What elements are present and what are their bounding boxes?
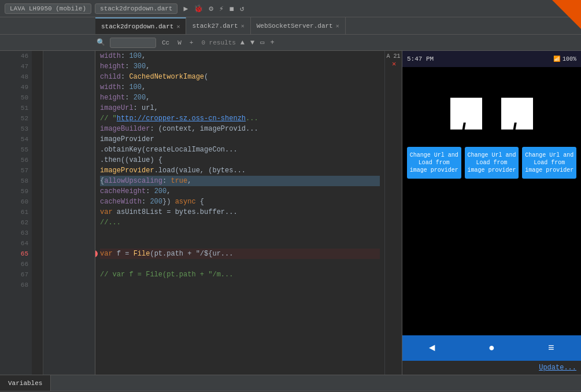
phone-panel: 5:47 PM 📶 100% (402, 51, 581, 375)
code-line-49: width: 100, (100, 82, 380, 93)
phone-icons: 📶 100% (553, 56, 576, 62)
more-icon[interactable]: + (269, 38, 275, 48)
tab-stack27[interactable]: stack27.dart ✕ (186, 17, 250, 34)
update-bar: Update... (402, 361, 581, 375)
code-line-54: imageProvider (100, 134, 380, 145)
code-line-58: {allowUpscaling: true, (100, 176, 380, 186)
corner-badge (552, 0, 581, 29)
file-tab-top[interactable]: stack2dropdown.dart (95, 3, 177, 14)
code-line-48: child: CachedNetworkImage( (100, 72, 380, 82)
extra-icon[interactable]: + (187, 38, 196, 47)
code-line-60: cacheWidth: 200}) async { (100, 197, 380, 207)
code-lines: width: 100, height: 300, child: CachedNe… (95, 51, 384, 290)
margin-annotation: A 21 (385, 53, 402, 60)
debug-icon[interactable]: 🐞 (193, 3, 204, 14)
line-gutter: 46 47 48 49 50 51 52 53 54 55 56 57 58 5… (0, 51, 95, 375)
stop-icon[interactable]: ◼ (228, 3, 235, 14)
line-num-54: 54 (12, 134, 28, 145)
tab-variables[interactable]: Variables (0, 375, 51, 391)
nav-menu-button[interactable]: ≡ (539, 339, 564, 357)
line-num-47: 47 (12, 61, 28, 72)
code-line-63 (100, 228, 380, 238)
run-icon[interactable]: ▶ (182, 3, 189, 14)
nav-back-button[interactable]: ◄ (420, 339, 445, 357)
line-num-67: 67 (12, 269, 28, 280)
phone-wifi-icon: 📶 (553, 56, 560, 62)
code-line-67: // var f = File(pt.path + "/m... (100, 269, 380, 280)
refresh-icon[interactable]: ↺ (239, 3, 246, 14)
code-line-62: //... (100, 217, 380, 228)
code-line-52: // "http://cropper-sz.oss-cn-shenzh... (100, 113, 380, 124)
image-container-2 (497, 90, 538, 136)
error-icon: ✕ (386, 60, 402, 68)
code-editor[interactable]: width: 100, height: 300, child: CachedNe… (95, 51, 384, 375)
tab-bar: stack2dropdown.dart ✕ stack27.dart ✕ Web… (0, 17, 581, 35)
line-num-55: 55 (12, 145, 28, 155)
code-line-50: height: 200, (100, 93, 380, 103)
line-num-49: 49 (12, 82, 28, 93)
tab-stack2dropdown[interactable]: stack2dropdown.dart ✕ (95, 17, 186, 34)
tab-websocket[interactable]: WebSocketServer.dart ✕ (251, 17, 346, 34)
code-line-46: width: 100, (100, 51, 380, 61)
find-icon[interactable]: 🔍 (95, 37, 106, 48)
line-num-59: 59 (12, 186, 28, 197)
line-numbers: 46 47 48 49 50 51 52 53 54 55 56 57 58 5… (12, 51, 32, 375)
image-container-1 (446, 90, 487, 136)
line-num-62: 62 (12, 217, 28, 228)
nav-home-button[interactable]: ● (479, 339, 504, 357)
phone-image-2 (494, 90, 541, 136)
tab-close-stack27[interactable]: ✕ (241, 23, 245, 29)
line-num-57: 57 (12, 165, 28, 176)
line-num-68: 68 (12, 280, 28, 290)
update-link[interactable]: Update... (539, 364, 576, 372)
bottom-panel: Variables Connected (0, 375, 581, 392)
settings-icon[interactable]: ⚙ (208, 3, 214, 14)
line-num-64: 64 (12, 238, 28, 249)
phone-nav-bar: ◄ ● ≡ (402, 335, 581, 361)
phone-status-bar: 5:47 PM 📶 100% (402, 51, 581, 67)
prev-result-icon[interactable]: ▲ (239, 38, 246, 48)
line-num-53: 53 (12, 124, 28, 134)
phone-time: 5:47 PM (407, 56, 434, 62)
device-selector[interactable]: LAVA LH9950 (mobile) (5, 3, 91, 14)
code-panel: 46 47 48 49 50 51 52 53 54 55 56 57 58 5… (0, 51, 402, 375)
change-url-button-2[interactable]: Change Url and Load from image provider (465, 147, 519, 179)
phone-screen: Change Url and Load from image provider … (402, 67, 581, 335)
tab-label-websocket: WebSocketServer.dart (257, 23, 333, 29)
word-icon[interactable]: W (175, 38, 184, 47)
phone-action-buttons: Change Url and Load from image provider … (402, 142, 581, 183)
line-num-58: 58 (12, 176, 28, 186)
code-line-56: .then((value) { (100, 155, 380, 165)
line-num-52: 52 (12, 113, 28, 124)
change-url-button-3[interactable]: Change Url and Load from image provider (522, 147, 576, 179)
line-num-61: 61 (12, 207, 28, 217)
code-line-65: var f = File(pt.path + "/${ur... (100, 249, 380, 259)
code-line-57: imageProvider.load(value, (bytes... (100, 165, 380, 176)
code-line-55: .obtainKey(createLocalImageCon... (100, 145, 380, 155)
replace-icon[interactable]: Cc (160, 38, 172, 47)
code-line-47: height: 300, (100, 61, 380, 72)
top-bar: LAVA LH9950 (mobile) stack2dropdown.dart… (0, 0, 581, 17)
code-line-51: imageUrl: url, (100, 103, 380, 113)
line-num-46: 46 (12, 51, 28, 61)
phone-image-1 (443, 90, 490, 136)
tab-close-websocket[interactable]: ✕ (336, 23, 339, 29)
phone-battery: 100% (563, 56, 576, 62)
search-toolbar: 🔍 Cc W + 0 results ▲ ▼ ▭ + (0, 35, 581, 51)
toolbar-icons: ▶ 🐞 ⚙ ⚡ ◼ ↺ (182, 3, 245, 14)
main-area: 46 47 48 49 50 51 52 53 54 55 56 57 58 5… (0, 51, 581, 375)
search-input[interactable] (110, 38, 156, 48)
change-url-button-1[interactable]: Change Url and Load from image provider (407, 147, 461, 179)
code-line-64 (100, 238, 380, 249)
white-square-1 (450, 98, 482, 130)
close-search-icon[interactable]: ▭ (259, 37, 265, 48)
code-line-61: var asUint8List = bytes.buffer... (100, 207, 380, 217)
code-line-59: cacheHeight: 200, (100, 186, 380, 197)
tab-label-stack2dropdown: stack2dropdown.dart (101, 23, 173, 30)
next-result-icon[interactable]: ▼ (249, 38, 256, 48)
line-num-66: 66 (12, 259, 28, 269)
line-num-65: 65 (12, 249, 28, 259)
tab-close-stack2dropdown[interactable]: ✕ (176, 23, 180, 30)
line-num-48: 48 (12, 72, 28, 82)
lightning-icon[interactable]: ⚡ (218, 3, 225, 14)
